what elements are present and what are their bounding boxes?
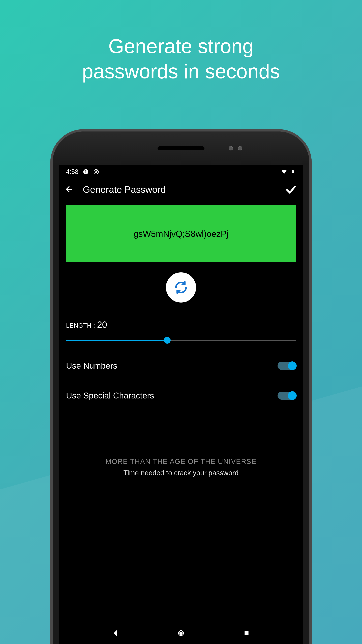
regenerate-button[interactable] xyxy=(166,272,196,302)
length-display: LENGTH : 20 xyxy=(66,316,296,336)
nav-home-button[interactable] xyxy=(176,628,186,638)
sync-off-icon xyxy=(93,169,99,175)
length-slider[interactable] xyxy=(66,340,296,341)
status-bar: 4:58 xyxy=(59,165,303,178)
use-numbers-label: Use Numbers xyxy=(66,361,117,371)
strength-info: MORE THAN THE AGE OF THE UNIVERSE Time n… xyxy=(66,410,296,477)
camera-dot xyxy=(238,146,242,150)
nav-recent-button[interactable] xyxy=(242,628,252,638)
phone-cameras xyxy=(229,146,242,150)
confirm-button[interactable] xyxy=(284,183,298,196)
use-special-chars-label: Use Special Characters xyxy=(66,391,154,400)
slider-fill xyxy=(66,340,167,341)
use-special-chars-row: Use Special Characters xyxy=(66,381,296,410)
toggle-knob xyxy=(288,362,297,370)
content-area: gsW5mNjvQ;S8wl)oezPj LENGTH : 20 xyxy=(59,200,303,482)
page-title: Generate Password xyxy=(83,184,284,195)
toggle-knob xyxy=(288,391,297,400)
camera-dot xyxy=(229,146,233,150)
headline-line-1: Generate strong xyxy=(0,34,362,59)
status-right xyxy=(281,169,296,175)
svg-rect-9 xyxy=(245,631,248,635)
svg-point-8 xyxy=(180,632,182,634)
back-button[interactable] xyxy=(64,184,74,194)
strength-title: MORE THAN THE AGE OF THE UNIVERSE xyxy=(66,458,296,466)
status-time: 4:58 xyxy=(66,168,78,176)
length-label: LENGTH : xyxy=(66,322,97,329)
slider-thumb[interactable] xyxy=(164,337,171,344)
svg-point-2 xyxy=(85,170,86,171)
use-special-chars-toggle[interactable] xyxy=(278,392,296,400)
refresh-container xyxy=(66,262,296,316)
strength-subtitle: Time needed to crack your password xyxy=(66,469,296,477)
info-icon xyxy=(83,169,89,175)
svg-rect-6 xyxy=(293,170,293,170)
generated-password: gsW5mNjvQ;S8wl)oezPj xyxy=(134,229,228,239)
password-display[interactable]: gsW5mNjvQ;S8wl)oezPj xyxy=(66,205,296,262)
svg-rect-1 xyxy=(85,171,86,173)
headline-line-2: passwords in seconds xyxy=(0,59,362,84)
phone-screen: 4:58 Generate Passw xyxy=(59,165,303,644)
android-nav-bar xyxy=(59,622,303,644)
phone-mockup: 4:58 Generate Passw xyxy=(50,129,312,644)
wifi-icon xyxy=(281,169,287,175)
phone-bezel xyxy=(53,132,309,165)
battery-icon xyxy=(290,169,296,175)
length-value: 20 xyxy=(97,320,107,330)
app-bar: Generate Password xyxy=(59,178,303,200)
phone-speaker xyxy=(158,146,204,150)
status-left: 4:58 xyxy=(66,168,99,176)
nav-back-button[interactable] xyxy=(110,628,120,638)
marketing-headline: Generate strong passwords in seconds xyxy=(0,0,362,84)
use-numbers-toggle[interactable] xyxy=(278,362,296,370)
use-numbers-row: Use Numbers xyxy=(66,351,296,381)
